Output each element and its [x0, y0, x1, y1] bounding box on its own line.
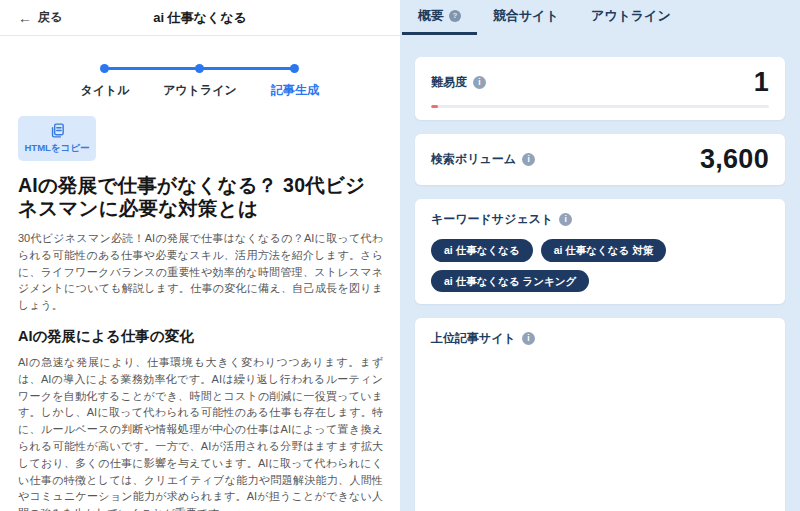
difficulty-bar-fill [431, 105, 438, 108]
top-articles-label: 上位記事サイト [431, 330, 516, 347]
tab-competitor-label: 競合サイト [493, 7, 559, 25]
panel-tabs: 概要 ? 競合サイト アウトライン [400, 0, 800, 35]
tab-overview[interactable]: 概要 ? [402, 0, 477, 35]
search-volume-value: 3,600 [700, 146, 769, 173]
copy-html-button[interactable]: HTMLをコピー [18, 116, 96, 161]
keyword-pill[interactable]: ai 仕事なくなる 対策 [541, 239, 667, 262]
difficulty-bar [431, 105, 769, 108]
info-icon[interactable]: i [522, 332, 535, 345]
stepper-dot-generate[interactable] [290, 64, 299, 73]
difficulty-label-row: 難易度 i [431, 74, 486, 91]
difficulty-value: 1 [754, 69, 769, 96]
article-intro: 30代ビジネスマン必読！AIの発展で仕事はなくなるの？AIに取って代わられる可能… [18, 230, 383, 314]
difficulty-card: 難易度 i 1 [415, 57, 785, 120]
keyword-suggest-card: キーワードサジェスト i ai 仕事なくなる ai 仕事なくなる 対策 ai 仕… [415, 199, 785, 304]
article-pane: ← 戻る ai 仕事なくなる タイトル アウトライン 記事生成 [0, 0, 400, 511]
stepper-label-generate[interactable]: 記事生成 [271, 82, 319, 99]
stepper-dot-outline[interactable] [195, 64, 204, 73]
progress-stepper: タイトル アウトライン 記事生成 [0, 36, 400, 108]
stepper-dot-title[interactable] [100, 64, 109, 73]
search-volume-label-row: 検索ボリューム i [431, 151, 535, 168]
copy-icon [49, 122, 66, 139]
back-button[interactable]: ← 戻る [18, 0, 62, 35]
stepper-label-title[interactable]: タイトル [80, 82, 129, 99]
help-icon[interactable]: ? [449, 10, 461, 22]
tab-outline[interactable]: アウトライン [575, 0, 687, 35]
tab-overview-label: 概要 [418, 7, 444, 25]
back-label: 戻る [38, 9, 62, 26]
keyword-title: ai 仕事なくなる [153, 9, 247, 27]
info-icon[interactable]: i [559, 213, 572, 226]
tab-competitor-sites[interactable]: 競合サイト [477, 0, 575, 35]
article-title: AIの発展で仕事がなくなる？ 30代ビジネスマンに必要な対策とは [18, 174, 383, 220]
tab-outline-label: アウトライン [591, 7, 671, 25]
back-arrow-icon: ← [18, 10, 32, 26]
copy-html-label: HTMLをコピー [24, 142, 89, 155]
info-icon[interactable]: i [522, 153, 535, 166]
stepper-label-outline[interactable]: アウトライン [163, 82, 237, 99]
keyword-pills: ai 仕事なくなる ai 仕事なくなる 対策 ai 仕事なくなる ランキング [431, 239, 769, 292]
left-header: ← 戻る ai 仕事なくなる [0, 0, 400, 36]
info-icon[interactable]: i [473, 76, 486, 89]
keyword-pill[interactable]: ai 仕事なくなる ランキング [431, 270, 589, 293]
search-volume-card: 検索ボリューム i 3,600 [415, 134, 785, 185]
article-section-heading: AIの発展による仕事の変化 [18, 327, 383, 346]
keyword-suggest-label-row: キーワードサジェスト i [431, 211, 769, 228]
difficulty-label: 難易度 [431, 74, 467, 91]
search-volume-label: 検索ボリューム [431, 151, 516, 168]
keyword-pill[interactable]: ai 仕事なくなる [431, 239, 533, 262]
generated-article: AIの発展で仕事がなくなる？ 30代ビジネスマンに必要な対策とは 30代ビジネス… [0, 174, 400, 511]
app: ← 戻る ai 仕事なくなる タイトル アウトライン 記事生成 [0, 0, 800, 511]
top-articles-label-row: 上位記事サイト i [431, 330, 769, 347]
top-articles-card: 上位記事サイト i [415, 318, 785, 511]
article-section-body: AIの急速な発展により、仕事環境も大きく変わりつつあります。まずは、AIの導入に… [18, 354, 383, 511]
analysis-panel: 概要 ? 競合サイト アウトライン 難易度 i 1 [400, 0, 800, 511]
keyword-suggest-label: キーワードサジェスト [431, 211, 553, 228]
